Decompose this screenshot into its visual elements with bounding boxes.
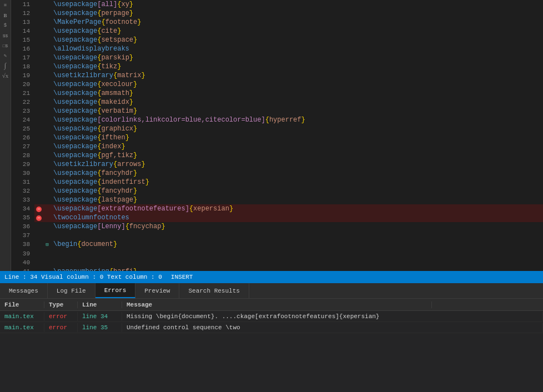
- line-number-32: 32: [11, 187, 34, 195]
- error-indicator-26: [34, 133, 43, 142]
- line-content-17[interactable]: \usepackage{parskip}: [51, 53, 543, 62]
- sqrt-icon[interactable]: √x: [1, 71, 10, 80]
- line-content-19[interactable]: \usetikzlibrary{matrix}: [51, 71, 543, 80]
- line-number-34: 34: [11, 204, 34, 213]
- line-content-13[interactable]: \MakePerPage{footnote}: [51, 18, 543, 27]
- menu-icon[interactable]: ≡: [1, 1, 10, 10]
- tab-preview[interactable]: Preview: [135, 283, 179, 298]
- line-22[interactable]: 22\usepackage{makeidx}: [11, 98, 543, 107]
- line-content-40[interactable]: [51, 258, 543, 267]
- line-content-32[interactable]: \usepackage{fancyhdr}: [51, 187, 543, 195]
- fold-indicator-33: [43, 195, 51, 204]
- fold-indicator-39: [43, 249, 51, 258]
- line-content-39[interactable]: [51, 249, 543, 258]
- line-content-34[interactable]: \usepackage[extrafootnotefeatures]{xeper…: [51, 204, 543, 213]
- line-13[interactable]: 13\MakePerPage{footnote}: [11, 18, 543, 27]
- pencil-icon[interactable]: ✎: [1, 51, 10, 60]
- line-33[interactable]: 33\usepackage{lastpage}: [11, 195, 543, 204]
- integral-icon[interactable]: ∫: [1, 61, 10, 70]
- fold-indicator-38[interactable]: ⊟: [43, 240, 51, 249]
- line-27[interactable]: 27\usepackage{index}: [11, 142, 543, 151]
- line-content-11[interactable]: \usepackage[all]{xy}: [51, 0, 543, 9]
- line-content-21[interactable]: \usepackage{amsmath}: [51, 89, 543, 98]
- line-39[interactable]: 39: [11, 249, 543, 258]
- line-content-27[interactable]: \usepackage{index}: [51, 142, 543, 151]
- line-38[interactable]: 38⊟\begin{document}: [11, 240, 543, 249]
- line-21[interactable]: 21\usepackage{amsmath}: [11, 89, 543, 98]
- line-12[interactable]: 12\usepackage{perpage}: [11, 9, 543, 18]
- error-row-0[interactable]: main.tex error line 34 Missing \begin{do…: [0, 311, 543, 322]
- line-32[interactable]: 32\usepackage{fancyhdr}: [11, 187, 543, 195]
- line-11[interactable]: 11\usepackage[all]{xy}: [11, 0, 543, 9]
- line-content-23[interactable]: \usepackage{verbatim}: [51, 107, 543, 115]
- fold-indicator-32: [43, 187, 51, 195]
- tab-log-file[interactable]: Log File: [48, 283, 95, 298]
- formula-icon[interactable]: □$: [1, 41, 10, 50]
- line-41[interactable]: 41\pagenumbering{harfi}: [11, 267, 543, 271]
- line-17[interactable]: 17\usepackage{parskip}: [11, 53, 543, 62]
- error-indicator-15: [34, 36, 43, 44]
- fold-indicator-16: [43, 44, 51, 53]
- error-type-1: error: [44, 323, 78, 332]
- line-content-28[interactable]: \usepackage{pgf,tikz}: [51, 151, 543, 160]
- dollar-icon[interactable]: $: [1, 21, 10, 30]
- line-15[interactable]: 15\usepackage{setspace}: [11, 36, 543, 44]
- line-content-18[interactable]: \usepackage{tikz}: [51, 62, 543, 71]
- line-number-37: 37: [11, 231, 34, 240]
- tab-errors[interactable]: Errors: [95, 283, 136, 298]
- line-content-41[interactable]: \pagenumbering{harfi}: [51, 267, 543, 271]
- line-content-33[interactable]: \usepackage{lastpage}: [51, 195, 543, 204]
- line-34[interactable]: 34\usepackage[extrafootnotefeatures]{xep…: [11, 204, 543, 213]
- line-content-16[interactable]: \allowdisplaybreaks: [51, 44, 543, 53]
- bold-icon[interactable]: B: [1, 11, 10, 20]
- error-indicator-14: [34, 27, 43, 36]
- line-37[interactable]: 37: [11, 231, 543, 240]
- error-indicator-32: [34, 187, 43, 195]
- error-dot-35: [36, 215, 42, 221]
- line-content-24[interactable]: \usepackage[colorlinks,linkcolor=blue,ci…: [51, 115, 543, 124]
- tab-search-results[interactable]: Search Results: [179, 283, 249, 298]
- line-36[interactable]: 36\usepackage[Lenny]{fncychap}: [11, 222, 543, 231]
- line-content-30[interactable]: \usepackage{fancyhdr}: [51, 169, 543, 178]
- line-content-25[interactable]: \usepackage{graphicx}: [51, 124, 543, 133]
- line-24[interactable]: 24\usepackage[colorlinks,linkcolor=blue,…: [11, 115, 543, 124]
- line-25[interactable]: 25\usepackage{graphicx}: [11, 124, 543, 133]
- line-14[interactable]: 14\usepackage{cite}: [11, 27, 543, 36]
- line-content-35[interactable]: \twocolumnfootnotes: [51, 213, 543, 222]
- line-content-15[interactable]: \usepackage{setspace}: [51, 36, 543, 44]
- line-content-12[interactable]: \usepackage{perpage}: [51, 9, 543, 18]
- line-23[interactable]: 23\usepackage{verbatim}: [11, 107, 543, 115]
- fold-indicator-36: [43, 222, 51, 231]
- line-number-21: 21: [11, 89, 34, 98]
- line-16[interactable]: 16\allowdisplaybreaks: [11, 44, 543, 53]
- line-18[interactable]: 18\usepackage{tikz}: [11, 62, 543, 71]
- line-number-16: 16: [11, 44, 34, 53]
- line-26[interactable]: 26\usepackage{ifthen}: [11, 133, 543, 142]
- line-29[interactable]: 29\usetikzlibrary{arrows}: [11, 160, 543, 169]
- tab-messages[interactable]: Messages: [0, 283, 48, 298]
- error-indicator-29: [34, 160, 43, 169]
- line-28[interactable]: 28\usepackage{pgf,tikz}: [11, 151, 543, 160]
- line-30[interactable]: 30\usepackage{fancyhdr}: [11, 169, 543, 178]
- line-content-29[interactable]: \usetikzlibrary{arrows}: [51, 160, 543, 169]
- line-19[interactable]: 19\usetikzlibrary{matrix}: [11, 71, 543, 80]
- line-31[interactable]: 31\usepackage{indentfirst}: [11, 178, 543, 187]
- line-20[interactable]: 20\usepackage{xecolour}: [11, 80, 543, 89]
- error-row-1[interactable]: main.tex error line 35 Undefined control…: [0, 322, 543, 333]
- line-content-37[interactable]: [51, 231, 543, 240]
- line-number-12: 12: [11, 9, 34, 18]
- line-40[interactable]: 40: [11, 258, 543, 267]
- dollar-dollar-icon[interactable]: $$: [1, 31, 10, 40]
- line-content-20[interactable]: \usepackage{xecolour}: [51, 80, 543, 89]
- line-content-36[interactable]: \usepackage[Lenny]{fncychap}: [51, 222, 543, 231]
- line-content-31[interactable]: \usepackage{indentfirst}: [51, 178, 543, 187]
- line-content-38[interactable]: \begin{document}: [51, 240, 543, 249]
- line-content-22[interactable]: \usepackage{makeidx}: [51, 98, 543, 107]
- fold-indicator-37: [43, 231, 51, 240]
- code-editor[interactable]: 11\usepackage[all]{xy}12\usepackage{perp…: [11, 0, 543, 271]
- line-content-26[interactable]: \usepackage{ifthen}: [51, 133, 543, 142]
- line-35[interactable]: 35\twocolumnfootnotes: [11, 213, 543, 222]
- fold-indicator-34: [43, 204, 51, 213]
- fold-indicator-41: [43, 267, 51, 271]
- line-content-14[interactable]: \usepackage{cite}: [51, 27, 543, 36]
